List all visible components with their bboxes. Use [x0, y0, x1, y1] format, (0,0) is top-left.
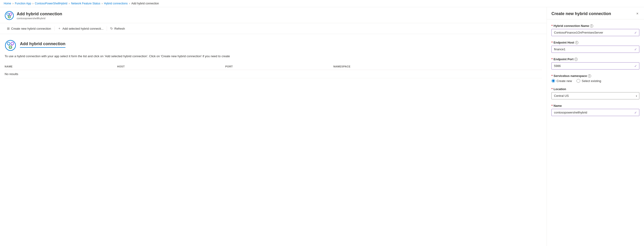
name-label-text: Name	[554, 104, 562, 107]
col-host: HOST	[117, 63, 225, 70]
create-hybrid-connection-button[interactable]: ⊞ Create new hybrid connection	[5, 25, 53, 32]
breadcrumb-contoso[interactable]: ContosoPowerShellHybrid	[35, 2, 67, 5]
required-marker-location: *	[552, 87, 552, 91]
page-icon	[5, 11, 14, 20]
radio-create-new-input[interactable]	[552, 79, 555, 83]
endpoint-host-input[interactable]	[552, 46, 639, 53]
left-panel: Add hybrid connection contosopowershelll…	[0, 7, 546, 246]
endpoint-port-label: * Endpoint Port i	[552, 57, 639, 61]
breadcrumb-function-app[interactable]: Function App	[15, 2, 31, 5]
required-marker-host: *	[552, 41, 552, 44]
page-title: Add hybrid connection	[17, 11, 62, 16]
form-group-endpoint-host: * Endpoint Host i ✓	[552, 41, 639, 53]
required-marker-name-field: *	[552, 104, 552, 107]
connection-name-info-icon[interactable]: i	[590, 24, 593, 27]
breadcrumb-sep-3: ›	[69, 2, 70, 5]
right-panel-body: * Hybrid connection Name i ✓ * Endpoint …	[547, 19, 644, 121]
add-icon: ＋	[58, 26, 61, 30]
connection-name-label: * Hybrid connection Name i	[552, 24, 639, 27]
name-label: * Name	[552, 104, 639, 107]
endpoint-host-input-wrapper: ✓	[552, 46, 639, 53]
servicebus-label: * Servicebus namespace i	[552, 74, 639, 78]
breadcrumb-sep-4: ›	[102, 2, 102, 5]
breadcrumb-sep-2: ›	[32, 2, 34, 5]
form-group-location: * Location Central US East US West US Ea…	[552, 87, 639, 99]
create-btn-label: Create new hybrid connection	[11, 27, 51, 30]
toolbar: ⊞ Create new hybrid connection ＋ Add sel…	[0, 23, 546, 34]
content-area: Add hybrid connection To use a hybrid co…	[0, 34, 546, 246]
endpoint-port-input-wrapper: ✓	[552, 62, 639, 69]
right-panel-header: Create new hybrid connection ×	[547, 7, 644, 19]
toolbar-separator-2	[107, 26, 107, 31]
data-table: NAME HOST PORT NAMESPACE No results	[5, 63, 542, 78]
connection-name-input-wrapper: ✓	[552, 29, 639, 36]
table-header-row: NAME HOST PORT NAMESPACE	[5, 63, 542, 70]
right-panel-title: Create new hybrid connection	[552, 11, 611, 16]
radio-select-existing[interactable]: Select existing	[576, 79, 601, 83]
section-header: Add hybrid connection	[5, 40, 542, 51]
refresh-btn-label: Refresh	[114, 27, 125, 30]
table-no-results-row: No results	[5, 70, 542, 78]
main-layout: Add hybrid connection contosopowershelll…	[0, 7, 644, 246]
refresh-icon: ↻	[110, 27, 113, 30]
col-name: NAME	[5, 63, 117, 70]
function-app-icon	[5, 11, 14, 20]
location-select[interactable]: Central US East US West US East US 2 Wes…	[552, 92, 639, 99]
name-input[interactable]	[552, 109, 639, 116]
add-selected-button[interactable]: ＋ Add selected hybrid connecti...	[56, 25, 106, 32]
endpoint-port-input[interactable]	[552, 62, 639, 69]
name-input-wrapper: ✓	[552, 109, 639, 116]
breadcrumb-sep-5: ›	[129, 2, 130, 5]
refresh-button[interactable]: ↻ Refresh	[108, 25, 127, 32]
endpoint-host-label-text: Endpoint Host	[554, 41, 574, 44]
required-marker-name: *	[552, 24, 552, 27]
right-panel: Create new hybrid connection × * Hybrid …	[546, 7, 644, 246]
breadcrumb-network-feature[interactable]: Network Feature Status	[71, 2, 100, 5]
connection-name-label-text: Hybrid connection Name	[554, 24, 589, 27]
servicebus-radio-group: Create new Select existing	[552, 79, 639, 83]
location-label: * Location	[552, 87, 639, 91]
svg-point-7	[5, 40, 16, 50]
page-header-text: Add hybrid connection contosopowershelll…	[17, 11, 62, 20]
page-header: Add hybrid connection contosopowershelll…	[0, 7, 546, 23]
add-btn-label: Add selected hybrid connecti...	[62, 27, 104, 30]
endpoint-port-info-icon[interactable]: i	[574, 58, 578, 61]
required-marker-port: *	[552, 57, 552, 61]
servicebus-info-icon[interactable]: i	[588, 74, 591, 78]
connection-name-input[interactable]	[552, 29, 639, 36]
endpoint-port-label-text: Endpoint Port	[554, 57, 574, 61]
breadcrumb-hybrid-connections[interactable]: Hybrid connections	[104, 2, 128, 5]
breadcrumb-home[interactable]: Home	[4, 2, 11, 5]
section-title: Add hybrid connection	[20, 41, 66, 48]
no-results-cell: No results	[5, 70, 542, 78]
breadcrumb: Home › Function App › ContosoPowerShellH…	[0, 0, 644, 7]
endpoint-host-label: * Endpoint Host i	[552, 41, 639, 44]
endpoint-host-info-icon[interactable]: i	[575, 41, 578, 44]
radio-select-existing-label: Select existing	[582, 79, 601, 83]
description-text: To use a hybrid connection with your app…	[5, 54, 542, 59]
location-label-text: Location	[554, 87, 566, 91]
radio-select-existing-input[interactable]	[576, 79, 580, 83]
form-group-servicebus: * Servicebus namespace i Create new Sele…	[552, 74, 639, 83]
required-marker-servicebus: *	[552, 74, 552, 78]
col-namespace: NAMESPACE	[333, 63, 542, 70]
create-icon: ⊞	[7, 27, 10, 30]
close-button[interactable]: ×	[636, 11, 639, 16]
section-title-wrapper: Add hybrid connection	[20, 41, 66, 49]
breadcrumb-sep-1: ›	[12, 2, 14, 5]
col-port: PORT	[225, 63, 333, 70]
radio-create-new-label: Create new	[556, 79, 572, 83]
toolbar-separator-1	[54, 26, 54, 31]
radio-create-new[interactable]: Create new	[552, 79, 572, 83]
form-group-connection-name: * Hybrid connection Name i ✓	[552, 24, 639, 36]
form-group-name: * Name ✓	[552, 104, 639, 116]
form-group-endpoint-port: * Endpoint Port i ✓	[552, 57, 639, 69]
location-select-wrapper: Central US East US West US East US 2 Wes…	[552, 92, 639, 99]
breadcrumb-current: Add hybrid connection	[131, 2, 159, 5]
servicebus-label-text: Servicebus namespace	[554, 74, 587, 78]
page-subtitle: contosopowershelllhybrid	[17, 17, 62, 20]
section-icon	[5, 40, 16, 51]
